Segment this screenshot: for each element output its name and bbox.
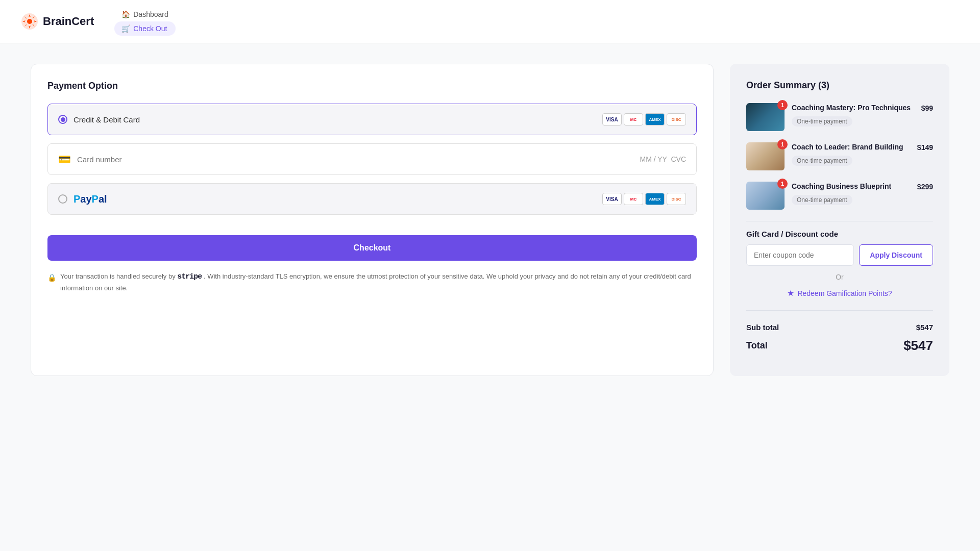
totals-section: Sub total $547 Total $547	[746, 323, 933, 354]
item-details-2: Coach to Leader: Brand Building One-time…	[792, 142, 910, 166]
apply-discount-button[interactable]: Apply Discount	[859, 244, 933, 266]
visa-icon-pp: VISA	[602, 193, 622, 205]
payment-panel: Payment Option Credit & Debit Card VISA …	[31, 64, 714, 376]
discount-section: Gift Card / Discount code Apply Discount…	[746, 230, 933, 298]
checkout-button[interactable]: Checkout	[47, 235, 697, 261]
mc-icon-pp: MC	[624, 193, 643, 205]
subtotal-row: Sub total $547	[746, 323, 933, 332]
coupon-input[interactable]	[746, 244, 854, 266]
subtotal-value: $547	[916, 323, 933, 332]
credit-card-label: Credit & Debit Card	[74, 115, 140, 124]
item-price-3: $299	[917, 183, 933, 191]
disc-icon-pp: DISC	[667, 193, 686, 205]
item-image-wrapper-2: 1	[746, 142, 785, 170]
item-image-wrapper-3: 1	[746, 182, 785, 210]
main-container: Payment Option Credit & Debit Card VISA …	[0, 43, 980, 396]
credit-card-option[interactable]: Credit & Debit Card VISA MC AMEX DISC	[47, 104, 697, 135]
lock-icon: 🔒	[47, 272, 56, 283]
credit-card-radio[interactable]	[58, 115, 67, 124]
stripe-logo: stripe	[177, 272, 202, 281]
item-price-2: $149	[917, 143, 933, 152]
divider-2	[746, 310, 933, 311]
nav: 🏠 Dashboard 🛒 Check Out	[114, 7, 176, 36]
item-badge-3: 1	[777, 179, 788, 189]
item-details-1: Coaching Mastery: Pro Techniques One-tim…	[792, 103, 914, 127]
amex-icon-pp: AMEX	[645, 193, 665, 205]
total-row: Total $547	[746, 338, 933, 354]
total-label: Total	[746, 340, 768, 351]
card-number-input[interactable]	[77, 155, 633, 164]
item-details-3: Coaching Business Blueprint One-time pay…	[792, 182, 910, 205]
item-price-1: $99	[921, 104, 933, 112]
item-name-1: Coaching Mastery: Pro Techniques	[792, 103, 914, 113]
or-divider: Or	[746, 273, 933, 281]
logo: BrainCert	[20, 12, 94, 31]
item-tag-2: One-time payment	[792, 156, 852, 166]
card-chip-icon: 💳	[58, 153, 71, 165]
discount-row: Apply Discount	[746, 244, 933, 266]
discount-title: Gift Card / Discount code	[746, 230, 933, 238]
card-icons-credit: VISA MC AMEX DISC	[602, 113, 686, 126]
order-summary-panel: Order Summary (3) 1 Coaching Mastery: Pr…	[730, 64, 949, 376]
card-icons-paypal: VISA MC AMEX DISC	[602, 193, 686, 205]
logo-text: BrainCert	[43, 15, 94, 28]
total-value: $547	[903, 338, 933, 354]
credit-card-left: Credit & Debit Card	[58, 115, 140, 124]
header: BrainCert 🏠 Dashboard 🛒 Check Out	[0, 0, 980, 43]
card-input-row: 💳 MM / YY CVC	[58, 153, 686, 165]
paypal-option[interactable]: PayPal VISA MC AMEX DISC	[47, 183, 697, 215]
amex-icon: AMEX	[645, 113, 665, 126]
nav-dashboard[interactable]: 🏠 Dashboard	[114, 7, 176, 21]
card-input-area: 💳 MM / YY CVC	[47, 143, 697, 175]
payment-section-title: Payment Option	[47, 81, 697, 91]
order-summary-title: Order Summary (3)	[746, 80, 933, 91]
order-item-2: 1 Coach to Leader: Brand Building One-ti…	[746, 142, 933, 170]
nav-checkout[interactable]: 🛒 Check Out	[114, 21, 176, 36]
security-notice: 🔒 Your transaction is handled securely b…	[47, 271, 697, 294]
paypal-logo: PayPal	[74, 193, 107, 205]
paypal-radio[interactable]	[58, 194, 67, 204]
star-icon: ★	[787, 288, 794, 298]
visa-icon: VISA	[602, 113, 622, 126]
svg-point-1	[27, 19, 32, 24]
item-name-3: Coaching Business Blueprint	[792, 182, 910, 192]
discover-icon: DISC	[667, 113, 686, 126]
paypal-left: PayPal	[58, 193, 107, 205]
subtotal-label: Sub total	[746, 323, 779, 332]
redeem-link[interactable]: ★ Redeem Gamification Points?	[746, 288, 933, 298]
item-badge-1: 1	[777, 100, 788, 110]
item-name-2: Coach to Leader: Brand Building	[792, 142, 910, 153]
braincert-logo-icon	[20, 12, 39, 31]
item-tag-1: One-time payment	[792, 116, 852, 127]
order-item-1: 1 Coaching Mastery: Pro Techniques One-t…	[746, 103, 933, 131]
card-expiry-cvc-label: MM / YY CVC	[640, 155, 686, 163]
item-badge-2: 1	[777, 139, 788, 149]
order-item-3: 1 Coaching Business Blueprint One-time p…	[746, 182, 933, 210]
divider-1	[746, 221, 933, 221]
home-icon: 🏠	[121, 10, 130, 18]
item-image-wrapper-1: 1	[746, 103, 785, 131]
cart-icon: 🛒	[121, 24, 130, 33]
item-tag-3: One-time payment	[792, 195, 852, 205]
mastercard-icon: MC	[624, 113, 643, 126]
